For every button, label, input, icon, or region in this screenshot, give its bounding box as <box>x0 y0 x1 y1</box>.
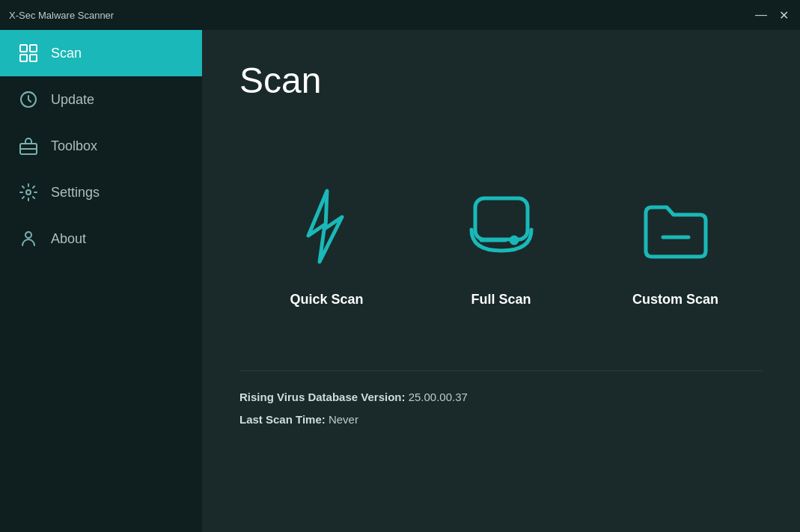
update-icon <box>18 89 39 110</box>
db-version-label: Rising Virus Database Version: <box>239 391 405 403</box>
page-title: Scan <box>239 60 763 101</box>
app-title: X-Sec Malware Scanner <box>9 10 114 21</box>
custom-scan-label: Custom Scan <box>632 292 718 308</box>
svg-rect-0 <box>20 45 27 52</box>
about-icon <box>18 228 39 249</box>
sidebar-update-label: Update <box>51 92 94 108</box>
close-button[interactable]: ✕ <box>776 7 791 22</box>
main-layout: Scan Update Toolbox <box>0 30 800 532</box>
sidebar-item-scan[interactable]: Scan <box>0 30 202 76</box>
full-scan-label: Full Scan <box>471 292 531 308</box>
quick-scan-label: Quick Scan <box>290 292 363 308</box>
db-version-row: Rising Virus Database Version: 25.00.00.… <box>239 386 763 409</box>
full-scan-option[interactable]: Full Scan <box>414 180 588 308</box>
window-controls: — ✕ <box>754 7 791 22</box>
svg-point-8 <box>25 232 31 238</box>
sidebar-item-settings[interactable]: Settings <box>0 169 202 215</box>
sidebar-settings-label: Settings <box>51 185 100 201</box>
svg-rect-3 <box>30 55 37 61</box>
title-bar: X-Sec Malware Scanner — ✕ <box>0 0 800 30</box>
sidebar: Scan Update Toolbox <box>0 30 202 532</box>
sidebar-about-label: About <box>51 231 86 247</box>
svg-rect-9 <box>475 198 528 239</box>
svg-point-7 <box>26 190 31 195</box>
db-version-value: 25.00.00.37 <box>409 391 468 403</box>
info-section: Rising Virus Database Version: 25.00.00.… <box>239 386 763 431</box>
svg-point-10 <box>511 237 517 243</box>
sidebar-item-about[interactable]: About <box>0 215 202 262</box>
svg-rect-1 <box>30 45 37 52</box>
last-scan-label: Last Scan Time: <box>239 413 326 426</box>
toolbox-icon <box>18 135 39 156</box>
custom-scan-icon <box>627 180 724 277</box>
settings-icon <box>18 182 39 203</box>
full-scan-icon <box>453 180 550 277</box>
sidebar-item-toolbox[interactable]: Toolbox <box>0 123 202 169</box>
sidebar-scan-label: Scan <box>51 46 82 61</box>
last-scan-row: Last Scan Time: Never <box>239 409 763 431</box>
custom-scan-option[interactable]: Custom Scan <box>588 180 763 308</box>
svg-rect-2 <box>20 55 27 61</box>
scan-icon <box>18 43 39 64</box>
quick-scan-option[interactable]: Quick Scan <box>239 180 414 308</box>
minimize-button[interactable]: — <box>754 7 769 22</box>
quick-scan-icon <box>278 180 376 277</box>
content-area: Scan Quick Scan <box>202 30 800 532</box>
last-scan-value: Never <box>329 413 358 426</box>
sidebar-item-update[interactable]: Update <box>0 76 202 123</box>
divider <box>239 370 763 371</box>
scan-options: Quick Scan Full Scan <box>239 131 763 355</box>
sidebar-toolbox-label: Toolbox <box>51 138 97 154</box>
